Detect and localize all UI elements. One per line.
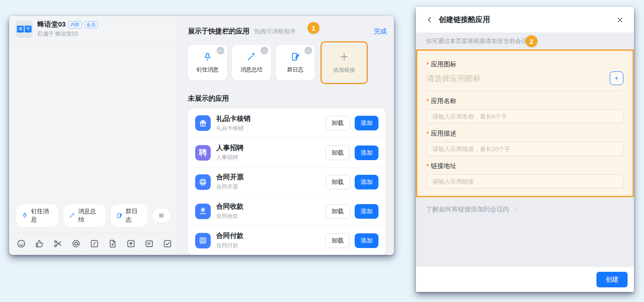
- uninstall-button[interactable]: 卸载: [325, 175, 350, 189]
- chat-quickbar: 钉住消息 消息总结 群日志: [9, 204, 177, 227]
- close-icon[interactable]: [616, 16, 624, 24]
- group-type-badge: 全员: [84, 21, 98, 28]
- app-description: 礼品卡核销: [216, 124, 250, 132]
- minus-icon: [261, 48, 267, 54]
- journal-icon: [290, 52, 300, 62]
- step-1-badge: 1: [308, 22, 319, 34]
- upload-tray-icon[interactable]: [126, 239, 136, 248]
- app-description: 合同付款: [216, 242, 244, 249]
- quickbar-pill[interactable]: [152, 208, 171, 223]
- thumbs-up-icon[interactable]: [35, 239, 44, 248]
- app-description: 人事招聘: [216, 154, 244, 162]
- add-button[interactable]: 添加: [355, 233, 378, 248]
- step-2-badge: 2: [526, 35, 538, 47]
- menu-icon: [158, 212, 165, 219]
- app-name: 合同付款: [216, 232, 244, 240]
- form-text-input[interactable]: [426, 109, 623, 124]
- uninstall-button[interactable]: 卸载: [325, 204, 350, 219]
- chat-header: 珺 可 蜂语堂03 内部全员 归属于 蜂语堂03: [9, 16, 177, 43]
- apps-pane-header: 展示于快捷栏的应用 拖拽可调整顺序 完成: [188, 27, 387, 36]
- shown-apps-title: 展示于快捷栏的应用: [188, 27, 250, 36]
- plus-icon: [613, 75, 620, 81]
- app-name: 人事招聘: [216, 144, 244, 152]
- create-button[interactable]: 创建: [596, 272, 628, 287]
- quickbar-apps-pane: 1 展示于快捷栏的应用 拖拽可调整顺序 完成 钉住消息 消息总结: [178, 16, 394, 255]
- app-icon-picker[interactable]: 请选择应用图标: [426, 71, 623, 91]
- uninstall-button[interactable]: 卸载: [325, 233, 350, 248]
- back-icon[interactable]: [426, 16, 433, 23]
- field-label: 应用名称: [431, 97, 456, 105]
- group-title: 蜂语堂03: [37, 20, 66, 29]
- uninstall-button[interactable]: 卸载: [325, 146, 350, 160]
- form-field: * 应用图标 请选择应用图标: [426, 60, 623, 91]
- quickbar-pill[interactable]: 钉住消息: [16, 204, 59, 227]
- journal-icon: [116, 212, 123, 219]
- avatar-tile: 可: [25, 26, 32, 32]
- remove-app-button[interactable]: [304, 47, 312, 54]
- wand-icon: [69, 212, 75, 219]
- info-strip: 你可通过本页面将链接添加至当前会话 2: [416, 33, 634, 49]
- avatar-tile: 珺: [17, 26, 24, 32]
- group-avatar: 珺 可: [16, 21, 33, 38]
- done-link[interactable]: 完成: [374, 27, 387, 36]
- add-button[interactable]: 添加: [355, 204, 378, 219]
- smiley-icon[interactable]: [16, 239, 26, 248]
- app-description: 合同收款: [216, 212, 244, 220]
- shown-app-card[interactable]: 消息总结: [232, 45, 271, 81]
- safe-box-icon: [195, 233, 211, 248]
- printer-icon: [195, 174, 211, 190]
- app-name: 礼品卡核销: [216, 114, 250, 123]
- add-link-card[interactable]: 添加链接: [324, 45, 364, 81]
- shown-app-label: 消息总结: [240, 66, 262, 74]
- add-button[interactable]: 添加: [355, 146, 378, 160]
- remove-app-button[interactable]: [217, 47, 224, 54]
- create-link-form: * 应用图标 请选择应用图标 * 应用名称 * 应用描述: [416, 49, 634, 197]
- scissors-icon[interactable]: [53, 239, 63, 248]
- create-link-app-panel: 创建链接酷应用 你可通过本页面将链接添加至当前会话 2 * 应用图标 请选择应用…: [416, 7, 634, 292]
- shown-app-card[interactable]: 钉住消息: [188, 45, 227, 81]
- pin-icon: [21, 212, 28, 219]
- chevron-right-icon: [513, 207, 519, 213]
- slash-command-icon[interactable]: [90, 239, 99, 248]
- quickbar-pill-label: 群日志: [126, 207, 142, 224]
- form-field: * 应用名称: [426, 97, 623, 124]
- field-label: 应用描述: [431, 129, 456, 138]
- chat-header-text: 蜂语堂03 内部全员 归属于 蜂语堂03: [37, 20, 98, 38]
- quickbar-pill[interactable]: 消息总结: [63, 204, 106, 227]
- quickbar-pill[interactable]: 群日志: [110, 204, 148, 227]
- minus-icon: [305, 48, 311, 54]
- icon-picker-placeholder: 请选择应用图标: [426, 73, 481, 84]
- file-plus-icon[interactable]: [108, 239, 117, 248]
- pin-icon: [202, 52, 213, 62]
- app-list-row: 聘 人事招聘 人事招聘 卸载 添加: [188, 138, 386, 167]
- form-text-input[interactable]: [426, 174, 623, 189]
- plus-icon: [339, 51, 350, 62]
- field-label: 应用图标: [431, 60, 456, 69]
- form-text-input[interactable]: [426, 142, 623, 156]
- chat-message-area: [9, 43, 177, 204]
- help-section: 了解如何将链接添加到会话内: [416, 197, 634, 266]
- panel-title: 创建链接酷应用: [439, 15, 490, 25]
- add-icon-button[interactable]: [610, 71, 623, 85]
- add-button[interactable]: 添加: [355, 175, 378, 189]
- app-name: 合同开票: [216, 173, 244, 182]
- todo-check-icon[interactable]: [163, 239, 172, 248]
- quickbar-pill-label: 钉住消息: [31, 207, 53, 224]
- shown-app-label: 钉住消息: [197, 66, 218, 74]
- uninstall-button[interactable]: 卸载: [325, 116, 350, 130]
- minus-icon: [218, 48, 224, 54]
- add-button[interactable]: 添加: [355, 116, 378, 130]
- shown-app-label: 群日志: [287, 66, 303, 74]
- add-link-highlight-box: 添加链接: [320, 41, 368, 84]
- coin-hand-icon: [195, 204, 211, 219]
- schedule-card-icon[interactable]: [144, 239, 154, 248]
- shown-app-card[interactable]: 群日志: [276, 45, 315, 81]
- add-link-label: 添加链接: [333, 66, 355, 74]
- info-text: 你可通过本页面将链接添加至当前会话: [426, 37, 527, 45]
- remove-app-button[interactable]: [261, 47, 268, 54]
- at-sign-icon[interactable]: [71, 239, 81, 248]
- app-list-row: 合同收款 合同收款 卸载 添加: [188, 196, 386, 226]
- help-link[interactable]: 了解如何将链接添加到会话内: [426, 205, 519, 214]
- panel-footer: 创建: [416, 266, 634, 292]
- required-asterisk: *: [426, 130, 429, 137]
